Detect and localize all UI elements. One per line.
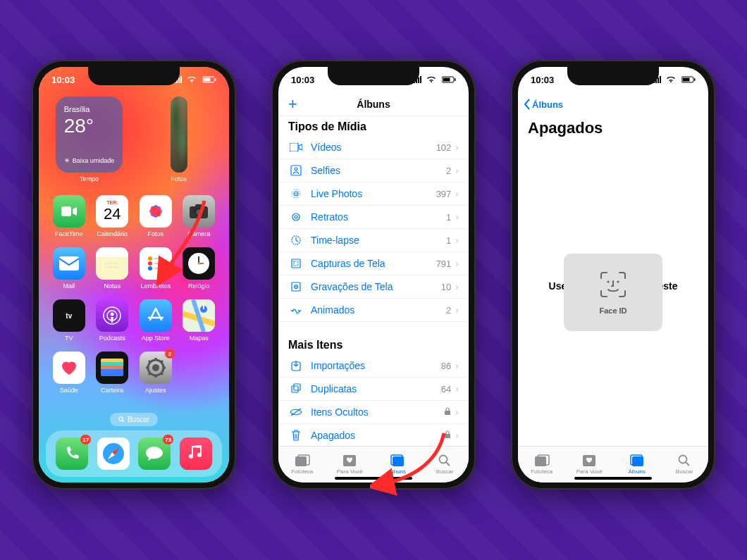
svg-line-45 (161, 373, 163, 375)
live-photos-icon (288, 188, 304, 199)
app-appstore[interactable]: App Store (137, 299, 175, 342)
home-indicator[interactable] (335, 477, 412, 480)
svg-rect-54 (455, 78, 456, 81)
row-deleted[interactable]: Apagados › (278, 424, 469, 446)
clock-icon (183, 247, 215, 280)
row-selfies[interactable]: Selfies 2 › (278, 159, 469, 182)
duplicates-icon (288, 383, 304, 394)
tab-buscar[interactable]: Buscar (661, 447, 709, 483)
row-live-photos[interactable]: Live Photos 397 › (278, 182, 469, 206)
app-tv[interactable]: tv TV (50, 299, 88, 342)
photos-icon (140, 195, 172, 228)
app-calendar[interactable]: TER. 24 Calendário (94, 195, 132, 237)
app-maps[interactable]: Mapas (180, 299, 218, 342)
row-duplicates[interactable]: Duplicatas 64 › (278, 378, 469, 401)
svg-line-44 (149, 361, 151, 363)
app-reminders[interactable]: Lembretes (137, 247, 175, 290)
dock-phone[interactable]: 17 (56, 437, 88, 470)
svg-point-14 (196, 209, 202, 215)
row-hidden[interactable]: Itens Ocultos › (278, 401, 469, 424)
svg-rect-53 (443, 77, 450, 81)
faceid-prompt[interactable]: Face ID (564, 254, 662, 331)
import-icon (288, 360, 304, 371)
back-button[interactable]: Álbuns (524, 99, 563, 110)
app-facetime[interactable]: FaceTime (50, 195, 88, 237)
section-media-types: Tipos de Mídia (278, 116, 469, 136)
reminders-icon (140, 247, 172, 280)
row-screenshots[interactable]: Capturas de Tela 791 › (278, 252, 469, 275)
navbar-title: Álbuns (357, 99, 390, 110)
home-indicator[interactable] (574, 477, 652, 480)
weather-widget-label: Tempo (80, 175, 99, 182)
chevron-right-icon: › (455, 235, 459, 246)
tab-fototeca[interactable]: Fototeca (278, 447, 326, 483)
app-podcasts[interactable]: Podcasts (94, 299, 132, 342)
dock-messages[interactable]: 73 (138, 437, 171, 470)
svg-rect-73 (445, 411, 450, 415)
weather-widget[interactable]: Brasília 28° ☀ Baixa umidade (56, 97, 123, 173)
svg-rect-85 (683, 77, 690, 81)
svg-point-87 (607, 280, 609, 282)
svg-rect-15 (195, 204, 202, 208)
tab-fototeca[interactable]: Fototeca (518, 447, 566, 483)
weather-city: Brasília (64, 105, 115, 113)
home-dock: 17 73 (46, 430, 222, 477)
portrait-icon (288, 211, 304, 223)
chevron-right-icon: › (455, 188, 459, 199)
tab-buscar[interactable]: Buscar (421, 447, 469, 483)
svg-line-83 (446, 462, 450, 466)
svg-line-49 (123, 421, 124, 422)
app-notes[interactable]: Notas (94, 247, 132, 290)
home-icon-grid: FaceTime TER. 24 Calendário (39, 191, 229, 394)
app-camera[interactable]: Câmera (180, 195, 218, 237)
albums-list[interactable]: Tipos de Mídia Vídeos 102 › Selfies 2 › … (278, 116, 469, 446)
status-time: 10:03 (291, 75, 314, 85)
add-album-button[interactable]: + (288, 97, 297, 112)
chevron-right-icon: › (455, 165, 459, 176)
app-photos[interactable]: Fotos (137, 195, 175, 237)
app-health[interactable]: Saúde (50, 351, 88, 394)
faceid-icon (598, 270, 628, 299)
row-timelapse[interactable]: Time-lapse 1 › (278, 229, 469, 252)
screenshot-icon (288, 258, 304, 269)
app-mail[interactable]: Mail (50, 247, 88, 290)
svg-rect-70 (292, 386, 298, 392)
dock-music[interactable] (180, 437, 212, 470)
row-videos[interactable]: Vídeos 102 › (278, 136, 469, 159)
phone-deleted: 10:03 Álbuns Apagados Use o Face ID para… (511, 60, 715, 490)
chevron-right-icon: › (455, 430, 459, 441)
notes-icon (96, 247, 128, 280)
calendar-icon: TER. 24 (96, 195, 128, 228)
app-wallet[interactable]: Carteira (94, 351, 132, 394)
facetime-icon (53, 195, 85, 228)
app-clock[interactable]: Relógio (180, 247, 218, 290)
status-time: 10:03 (531, 75, 554, 85)
row-imports[interactable]: Importações 86 › (278, 354, 469, 378)
dock-safari[interactable] (97, 437, 130, 470)
svg-point-48 (119, 417, 123, 421)
svg-point-21 (148, 266, 152, 270)
svg-rect-71 (294, 384, 300, 390)
home-search-pill[interactable]: Buscar (110, 413, 158, 426)
search-label: Buscar (128, 416, 149, 423)
row-portraits[interactable]: Retratos 1 › (278, 206, 469, 229)
photos-widget[interactable] (171, 97, 187, 173)
section-more-items: Mais Itens (278, 335, 469, 354)
faceid-label: Face ID (599, 306, 626, 315)
phone-notch (328, 67, 419, 85)
svg-line-47 (161, 361, 163, 363)
chevron-right-icon: › (455, 211, 459, 223)
row-screen-recordings[interactable]: Gravações de Tela 10 › (278, 275, 469, 299)
row-animated[interactable]: Animados 2 › (278, 299, 469, 322)
svg-point-82 (440, 456, 447, 463)
svg-line-95 (686, 462, 689, 466)
chevron-right-icon: › (455, 360, 459, 371)
svg-point-57 (295, 168, 297, 170)
app-settings[interactable]: 2 Ajustes (137, 351, 175, 394)
photos-widget-image (171, 97, 187, 173)
messages-badge: 73 (163, 435, 173, 444)
svg-rect-2 (215, 78, 216, 81)
selfie-icon (288, 165, 304, 176)
svg-rect-64 (292, 259, 300, 268)
svg-point-31 (111, 313, 114, 316)
